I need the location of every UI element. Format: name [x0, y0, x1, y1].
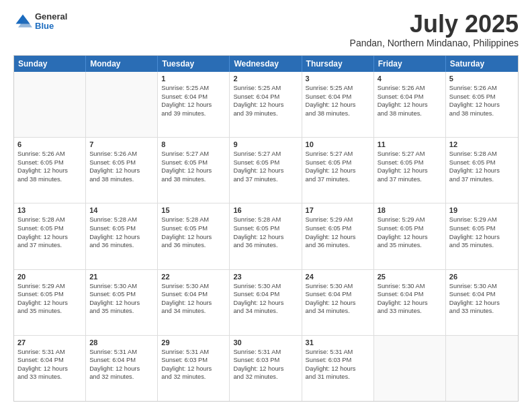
day-number: 8	[161, 140, 226, 148]
day-header-saturday: Saturday	[446, 56, 518, 72]
day-number: 26	[449, 273, 515, 281]
calendar-week-4: 20Sunrise: 5:29 AMSunset: 6:05 PMDayligh…	[14, 270, 518, 336]
daylight-hours-text: Daylight: 12 hours	[449, 299, 515, 308]
calendar-day-4: 4Sunrise: 5:26 AMSunset: 6:04 PMDaylight…	[374, 72, 446, 137]
calendar-day-6: 6Sunrise: 5:26 AMSunset: 6:05 PMDaylight…	[14, 138, 86, 203]
sunrise-text: Sunrise: 5:28 AM	[161, 216, 226, 224]
daylight-minutes-text: and 38 minutes.	[161, 175, 226, 184]
calendar-day-12: 12Sunrise: 5:28 AMSunset: 6:05 PMDayligh…	[446, 138, 518, 203]
logo-general: General	[35, 12, 67, 21]
calendar-day-24: 24Sunrise: 5:30 AMSunset: 6:04 PMDayligh…	[302, 270, 374, 335]
calendar-week-1: 1Sunrise: 5:25 AMSunset: 6:04 PMDaylight…	[14, 72, 518, 138]
sunrise-text: Sunrise: 5:29 AM	[449, 216, 515, 224]
sunset-text: Sunset: 6:04 PM	[449, 290, 515, 299]
calendar-day-26: 26Sunrise: 5:30 AMSunset: 6:04 PMDayligh…	[446, 270, 518, 335]
sunset-text: Sunset: 6:04 PM	[17, 356, 82, 365]
sunset-text: Sunset: 6:05 PM	[378, 224, 442, 233]
title-block: July 2025 Pandan, Northern Mindanao, Phi…	[350, 12, 519, 48]
day-header-tuesday: Tuesday	[158, 56, 230, 72]
daylight-hours-text: Daylight: 12 hours	[161, 101, 226, 109]
sunrise-text: Sunrise: 5:31 AM	[306, 348, 370, 357]
day-number: 2	[233, 75, 298, 83]
sunrise-text: Sunrise: 5:28 AM	[17, 216, 82, 224]
daylight-hours-text: Daylight: 12 hours	[89, 365, 154, 373]
sunrise-text: Sunrise: 5:31 AM	[233, 348, 298, 357]
sunrise-text: Sunrise: 5:29 AM	[378, 216, 442, 224]
sunrise-text: Sunrise: 5:27 AM	[161, 150, 226, 158]
daylight-minutes-text: and 39 minutes.	[161, 109, 226, 118]
daylight-minutes-text: and 38 minutes.	[378, 109, 442, 118]
sunrise-text: Sunrise: 5:31 AM	[161, 348, 226, 357]
sunset-text: Sunset: 6:05 PM	[233, 224, 298, 233]
daylight-hours-text: Daylight: 12 hours	[17, 365, 82, 373]
day-number: 30	[233, 338, 298, 347]
daylight-minutes-text: and 38 minutes.	[17, 175, 82, 184]
day-number: 27	[17, 338, 82, 347]
daylight-hours-text: Daylight: 12 hours	[306, 365, 370, 373]
day-number: 1	[161, 75, 226, 83]
calendar-day-31: 31Sunrise: 5:31 AMSunset: 6:03 PMDayligh…	[302, 336, 374, 401]
daylight-minutes-text: and 39 minutes.	[233, 109, 298, 118]
daylight-minutes-text: and 37 minutes.	[17, 241, 82, 250]
sunset-text: Sunset: 6:05 PM	[89, 158, 154, 167]
sunrise-text: Sunrise: 5:30 AM	[378, 282, 442, 291]
day-number: 31	[306, 338, 370, 347]
sunset-text: Sunset: 6:05 PM	[449, 158, 515, 167]
sunrise-text: Sunrise: 5:26 AM	[378, 84, 442, 93]
daylight-minutes-text: and 31 minutes.	[306, 373, 370, 381]
day-number: 6	[17, 140, 82, 148]
daylight-hours-text: Daylight: 12 hours	[17, 299, 82, 308]
calendar-page: General Blue July 2025 Pandan, Northern …	[0, 0, 532, 411]
daylight-hours-text: Daylight: 12 hours	[378, 101, 442, 109]
day-number: 22	[161, 273, 226, 281]
sunset-text: Sunset: 6:05 PM	[233, 158, 298, 167]
sunset-text: Sunset: 6:04 PM	[306, 290, 370, 299]
day-number: 7	[89, 140, 154, 148]
sunrise-text: Sunrise: 5:25 AM	[306, 84, 370, 93]
calendar-day-13: 13Sunrise: 5:28 AMSunset: 6:05 PMDayligh…	[14, 203, 86, 269]
day-header-thursday: Thursday	[302, 56, 374, 72]
sunrise-text: Sunrise: 5:30 AM	[89, 282, 154, 291]
calendar-day-empty	[446, 336, 518, 401]
daylight-hours-text: Daylight: 12 hours	[233, 167, 298, 175]
daylight-hours-text: Daylight: 12 hours	[161, 233, 226, 242]
daylight-minutes-text: and 33 minutes.	[449, 307, 515, 316]
calendar-day-18: 18Sunrise: 5:29 AMSunset: 6:05 PMDayligh…	[374, 203, 446, 269]
daylight-hours-text: Daylight: 12 hours	[161, 299, 226, 308]
daylight-minutes-text: and 37 minutes.	[306, 175, 370, 184]
sunset-text: Sunset: 6:05 PM	[161, 158, 226, 167]
calendar-day-16: 16Sunrise: 5:28 AMSunset: 6:05 PMDayligh…	[230, 203, 302, 269]
daylight-hours-text: Daylight: 12 hours	[449, 101, 515, 109]
day-header-friday: Friday	[374, 56, 446, 72]
calendar-body: 1Sunrise: 5:25 AMSunset: 6:04 PMDaylight…	[14, 72, 518, 401]
daylight-hours-text: Daylight: 12 hours	[449, 233, 515, 242]
calendar-day-1: 1Sunrise: 5:25 AMSunset: 6:04 PMDaylight…	[158, 72, 230, 137]
daylight-minutes-text: and 35 minutes.	[449, 241, 515, 250]
day-header-monday: Monday	[86, 56, 158, 72]
day-number: 11	[378, 140, 442, 148]
calendar-day-3: 3Sunrise: 5:25 AMSunset: 6:04 PMDaylight…	[302, 72, 374, 137]
daylight-minutes-text: and 32 minutes.	[161, 373, 226, 381]
daylight-minutes-text: and 35 minutes.	[17, 307, 82, 316]
day-number: 29	[161, 338, 226, 347]
day-number: 24	[306, 273, 370, 281]
calendar: SundayMondayTuesdayWednesdayThursdayFrid…	[13, 55, 519, 402]
sunset-text: Sunset: 6:03 PM	[161, 356, 226, 365]
calendar-day-14: 14Sunrise: 5:28 AMSunset: 6:05 PMDayligh…	[86, 203, 158, 269]
daylight-hours-text: Daylight: 12 hours	[89, 167, 154, 175]
calendar-day-20: 20Sunrise: 5:29 AMSunset: 6:05 PMDayligh…	[14, 270, 86, 335]
daylight-hours-text: Daylight: 12 hours	[233, 101, 298, 109]
daylight-minutes-text: and 37 minutes.	[233, 175, 298, 184]
daylight-hours-text: Daylight: 12 hours	[449, 167, 515, 175]
sunrise-text: Sunrise: 5:28 AM	[233, 216, 298, 224]
daylight-hours-text: Daylight: 12 hours	[306, 101, 370, 109]
daylight-minutes-text: and 35 minutes.	[89, 307, 154, 316]
day-number: 28	[89, 338, 154, 347]
daylight-minutes-text: and 36 minutes.	[161, 241, 226, 250]
calendar-day-empty	[86, 72, 158, 137]
sunset-text: Sunset: 6:05 PM	[378, 158, 442, 167]
calendar-day-empty	[374, 336, 446, 401]
daylight-hours-text: Daylight: 12 hours	[233, 299, 298, 308]
sunset-text: Sunset: 6:05 PM	[449, 224, 515, 233]
sunset-text: Sunset: 6:04 PM	[233, 93, 298, 101]
